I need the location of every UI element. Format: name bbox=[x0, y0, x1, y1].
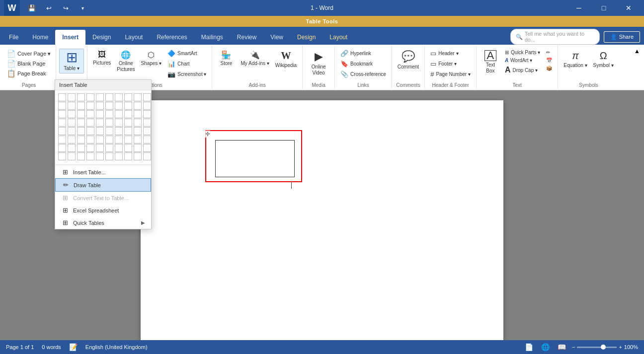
grid-cell[interactable] bbox=[143, 93, 151, 101]
grid-cell[interactable] bbox=[96, 110, 104, 118]
web-layout-button[interactable]: 🌐 bbox=[539, 342, 552, 352]
chart-button[interactable]: 📊 Chart bbox=[165, 59, 209, 69]
grid-cell[interactable] bbox=[58, 110, 66, 118]
grid-cell[interactable] bbox=[143, 144, 151, 152]
grid-cell[interactable] bbox=[134, 110, 142, 118]
grid-cell[interactable] bbox=[105, 102, 113, 110]
customize-qa[interactable]: ▾ bbox=[76, 1, 89, 15]
zoom-in-button[interactable]: + bbox=[619, 344, 622, 350]
grid-cell[interactable] bbox=[105, 119, 113, 127]
collapse-ribbon[interactable]: ▲ bbox=[632, 46, 642, 89]
tab-view[interactable]: View bbox=[263, 30, 290, 45]
online-pictures-button[interactable]: 🌐 OnlinePictures bbox=[114, 49, 137, 74]
zoom-slider[interactable] bbox=[577, 347, 617, 348]
grid-cell[interactable] bbox=[96, 102, 104, 110]
zoom-out-button[interactable]: − bbox=[572, 344, 575, 350]
quick-tables-menu-item[interactable]: ⊞ Quick Tables ▶ bbox=[55, 216, 151, 229]
screenshot-button[interactable]: 📷 Screenshot ▾ bbox=[165, 70, 209, 79]
redo-button[interactable]: ↪ bbox=[59, 1, 73, 15]
tab-insert[interactable]: Insert bbox=[55, 30, 85, 45]
grid-cell[interactable] bbox=[124, 152, 132, 160]
draw-table-menu-item[interactable]: ✏ Draw Table bbox=[55, 178, 151, 192]
grid-cell[interactable] bbox=[115, 127, 123, 135]
grid-cell[interactable] bbox=[86, 144, 94, 152]
grid-cell[interactable] bbox=[96, 119, 104, 127]
grid-cell[interactable] bbox=[134, 102, 142, 110]
grid-cell[interactable] bbox=[86, 127, 94, 135]
grid-cell[interactable] bbox=[143, 152, 151, 160]
proofing-icon[interactable]: 📝 bbox=[69, 343, 78, 351]
grid-cell[interactable] bbox=[105, 127, 113, 135]
tab-layout-contextual[interactable]: Layout bbox=[322, 30, 354, 45]
text-box-button[interactable]: A TextBox bbox=[480, 49, 501, 75]
document-table[interactable] bbox=[215, 140, 295, 177]
tab-design[interactable]: Design bbox=[85, 30, 118, 45]
table-move-handle[interactable]: ✛ bbox=[205, 131, 210, 138]
grid-cell[interactable] bbox=[58, 127, 66, 135]
table-grid[interactable] bbox=[55, 90, 151, 163]
grid-cell[interactable] bbox=[143, 119, 151, 127]
grid-cell[interactable] bbox=[77, 119, 85, 127]
grid-cell[interactable] bbox=[105, 152, 113, 160]
signature-line-button[interactable]: ✏ bbox=[544, 49, 555, 56]
grid-cell[interactable] bbox=[58, 136, 66, 143]
grid-cell[interactable] bbox=[115, 152, 123, 160]
smartart-button[interactable]: 🔷 SmartArt bbox=[165, 49, 209, 58]
footer-button[interactable]: ▭ Footer ▾ bbox=[428, 59, 459, 69]
grid-cell[interactable] bbox=[143, 127, 151, 135]
tab-review[interactable]: Review bbox=[230, 30, 263, 45]
grid-cell[interactable] bbox=[77, 102, 85, 110]
page-number-button[interactable]: # Page Number ▾ bbox=[428, 70, 473, 79]
grid-cell[interactable] bbox=[105, 110, 113, 118]
bookmark-button[interactable]: 🔖 Bookmark bbox=[338, 59, 375, 69]
tell-me-box[interactable]: 🔍 Tell me what you want to do... bbox=[510, 29, 600, 45]
grid-cell[interactable] bbox=[115, 110, 123, 118]
tab-home[interactable]: Home bbox=[25, 30, 55, 45]
grid-cell[interactable] bbox=[58, 93, 66, 101]
grid-cell[interactable] bbox=[134, 144, 142, 152]
grid-cell[interactable] bbox=[77, 110, 85, 118]
excel-spreadsheet-menu-item[interactable]: ⊞ Excel Spreadsheet bbox=[55, 204, 151, 216]
grid-cell[interactable] bbox=[86, 110, 94, 118]
grid-cell[interactable] bbox=[124, 102, 132, 110]
grid-cell[interactable] bbox=[68, 144, 76, 152]
grid-cell[interactable] bbox=[115, 136, 123, 143]
quick-parts-button[interactable]: ⊞ Quick Parts ▾ bbox=[502, 49, 543, 56]
store-button[interactable]: 🏪 Store bbox=[215, 49, 237, 68]
my-addins-button[interactable]: 🔌 My Add-ins ▾ bbox=[238, 49, 271, 68]
grid-cell[interactable] bbox=[68, 102, 76, 110]
grid-cell[interactable] bbox=[68, 93, 76, 101]
wordart-button[interactable]: A WordArt ▾ bbox=[502, 57, 543, 64]
grid-cell[interactable] bbox=[143, 102, 151, 110]
grid-cell[interactable] bbox=[134, 93, 142, 101]
grid-cell[interactable] bbox=[124, 127, 132, 135]
grid-cell[interactable] bbox=[86, 102, 94, 110]
tab-layout[interactable]: Layout bbox=[118, 30, 150, 45]
grid-cell[interactable] bbox=[77, 136, 85, 143]
cross-reference-button[interactable]: 📎 Cross-reference bbox=[338, 70, 389, 79]
grid-cell[interactable] bbox=[77, 93, 85, 101]
grid-cell[interactable] bbox=[96, 144, 104, 152]
online-video-button[interactable]: ▶ OnlineVideo bbox=[308, 49, 329, 77]
blank-page-button[interactable]: 📄 Blank Page bbox=[5, 59, 53, 69]
grid-cell[interactable] bbox=[134, 136, 142, 143]
grid-cell[interactable] bbox=[134, 152, 142, 160]
grid-cell[interactable] bbox=[77, 152, 85, 160]
grid-cell[interactable] bbox=[58, 119, 66, 127]
grid-cell[interactable] bbox=[68, 136, 76, 143]
close-button[interactable]: ✕ bbox=[617, 0, 640, 16]
table-button[interactable]: ⊞ Table ▾ bbox=[59, 49, 84, 73]
comment-button[interactable]: 💬 Comment bbox=[395, 49, 421, 71]
header-button[interactable]: ▭ Header ▾ bbox=[428, 49, 461, 58]
grid-cell[interactable] bbox=[86, 152, 94, 160]
hyperlink-button[interactable]: 🔗 Hyperlink bbox=[338, 49, 374, 58]
grid-cell[interactable] bbox=[124, 136, 132, 143]
grid-cell[interactable] bbox=[115, 119, 123, 127]
grid-cell[interactable] bbox=[77, 144, 85, 152]
grid-cell[interactable] bbox=[143, 136, 151, 143]
tab-design-contextual[interactable]: Design bbox=[290, 30, 322, 45]
insert-table-menu-item[interactable]: ⊞ Insert Table... bbox=[55, 166, 151, 178]
grid-cell[interactable] bbox=[96, 136, 104, 143]
grid-cell[interactable] bbox=[68, 152, 76, 160]
object-button[interactable]: 📦 bbox=[544, 65, 555, 72]
